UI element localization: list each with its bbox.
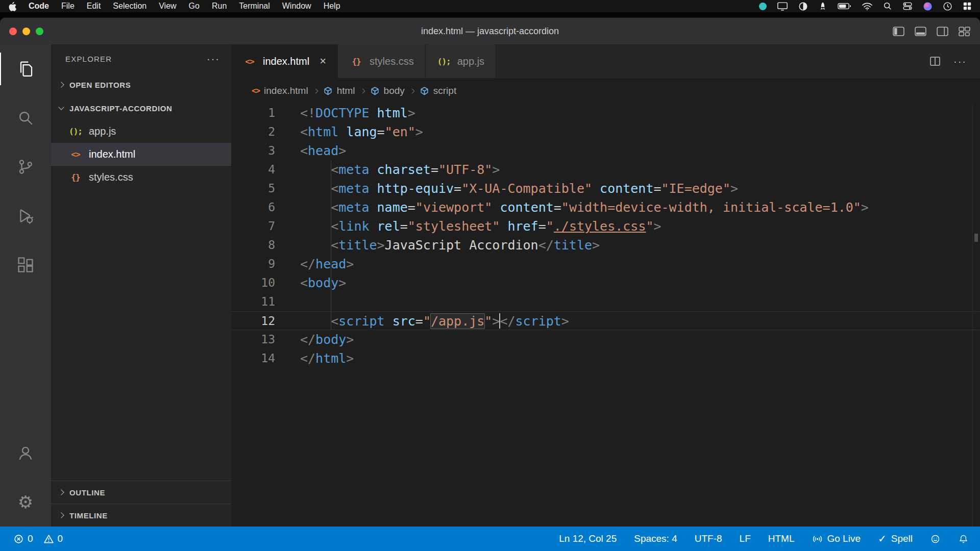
- code-line-11[interactable]: 11: [231, 292, 980, 311]
- tab-app.js[interactable]: ();app.js: [426, 44, 496, 78]
- minimize-window-button[interactable]: [22, 28, 30, 35]
- split-editor-icon[interactable]: [929, 55, 941, 67]
- zoom-window-button[interactable]: [36, 28, 43, 35]
- menu-view[interactable]: View: [159, 2, 176, 11]
- menu-file[interactable]: File: [61, 2, 75, 11]
- status-spell[interactable]: ✓Spell: [878, 533, 913, 545]
- tab-styles.css[interactable]: {}styles.css: [338, 44, 426, 78]
- breadcrumb-separator-icon: [409, 88, 414, 93]
- status-eol[interactable]: LF: [740, 533, 751, 544]
- file-item-styles.css[interactable]: {}styles.css: [51, 166, 231, 189]
- control-center-icon[interactable]: [902, 1, 913, 11]
- line-number[interactable]: 10: [231, 273, 275, 292]
- status-notifications[interactable]: [958, 534, 969, 544]
- line-number[interactable]: 6: [231, 198, 275, 217]
- activity-extensions[interactable]: [0, 240, 51, 289]
- breadcrumb-item-script[interactable]: script: [420, 85, 456, 96]
- status-feedback[interactable]: [930, 534, 941, 544]
- code-editor[interactable]: 1<!DOCTYPE html>2<html lang="en">3<head>…: [231, 104, 980, 527]
- code-line-3[interactable]: 3<head>: [231, 141, 980, 160]
- code-line-12[interactable]: 12 <script src="/app.js"></script>: [231, 311, 980, 330]
- line-number[interactable]: 13: [231, 330, 275, 349]
- breadcrumb-item-index.html[interactable]: <>index.html: [252, 85, 308, 96]
- code-line-2[interactable]: 2<html lang="en">: [231, 122, 980, 141]
- activity-explorer[interactable]: [0, 44, 51, 93]
- menu-help[interactable]: Help: [324, 2, 340, 11]
- line-number[interactable]: 8: [231, 236, 275, 255]
- line-number[interactable]: 5: [231, 179, 275, 198]
- line-content: <meta http-equiv="X-UA-Compatible" conte…: [275, 179, 738, 198]
- grid-icon[interactable]: [963, 2, 972, 11]
- menu-selection[interactable]: Selection: [113, 2, 146, 11]
- settings-button[interactable]: ⚙: [0, 478, 51, 527]
- status-indentation[interactable]: Spaces: 4: [634, 533, 677, 544]
- code-line-9[interactable]: 9</head>: [231, 255, 980, 273]
- accounts-button[interactable]: [0, 429, 51, 478]
- status-cursor-position[interactable]: Ln 12, Col 25: [559, 533, 617, 544]
- window-title-bar[interactable]: index.html — javascript-accordion: [0, 18, 980, 44]
- breadcrumb-item-body[interactable]: body: [370, 85, 405, 96]
- code-line-14[interactable]: 14</html>: [231, 349, 980, 368]
- code-line-13[interactable]: 13</body>: [231, 330, 980, 349]
- menu-go[interactable]: Go: [189, 2, 200, 11]
- line-number[interactable]: 12: [231, 312, 275, 330]
- close-window-button[interactable]: [9, 28, 17, 35]
- customize-layout-icon[interactable]: [958, 26, 971, 37]
- line-number[interactable]: 9: [231, 255, 275, 273]
- outline-section[interactable]: OUTLINE: [51, 481, 231, 504]
- code-line-5[interactable]: 5 <meta http-equiv="X-UA-Compatible" con…: [231, 179, 980, 198]
- clock-icon[interactable]: [943, 2, 952, 11]
- menu-run[interactable]: Run: [212, 2, 227, 11]
- activity-source-control[interactable]: [0, 142, 51, 191]
- display-icon[interactable]: [777, 1, 788, 11]
- line-number[interactable]: 7: [231, 217, 275, 236]
- breadcrumb-label: script: [433, 85, 456, 96]
- close-tab-icon[interactable]: ×: [320, 55, 326, 68]
- menu-edit[interactable]: Edit: [87, 2, 101, 11]
- code-line-7[interactable]: 7 <link rel="stylesheet" href="./styles.…: [231, 217, 980, 236]
- file-item-index.html[interactable]: <>index.html: [51, 143, 231, 166]
- wifi-icon[interactable]: [862, 2, 873, 11]
- tab-index.html[interactable]: <>index.html×: [231, 44, 338, 78]
- line-number[interactable]: 3: [231, 141, 275, 160]
- line-number[interactable]: 14: [231, 349, 275, 368]
- line-number[interactable]: 4: [231, 160, 275, 179]
- activity-search[interactable]: [0, 93, 51, 142]
- camera-indicator-dot[interactable]: [759, 3, 767, 10]
- explorer-more-actions-icon[interactable]: ···: [207, 53, 220, 65]
- code-line-1[interactable]: 1<!DOCTYPE html>: [231, 104, 980, 122]
- toggle-panel-icon[interactable]: [914, 26, 927, 37]
- line-number[interactable]: 11: [231, 292, 275, 311]
- rocket-icon[interactable]: [818, 2, 827, 11]
- battery-icon[interactable]: [838, 3, 851, 10]
- line-number[interactable]: 2: [231, 122, 275, 141]
- spotlight-search-icon[interactable]: [883, 2, 892, 11]
- menu-terminal[interactable]: Terminal: [239, 2, 270, 11]
- status-problems[interactable]: 0 0: [13, 533, 63, 544]
- open-editors-section[interactable]: OPEN EDITORS: [51, 73, 231, 96]
- status-go-live[interactable]: Go Live: [812, 533, 861, 544]
- code-line-6[interactable]: 6 <meta name="viewport" content="width=d…: [231, 198, 980, 217]
- editor-more-actions-icon[interactable]: ···: [953, 56, 967, 67]
- file-item-app.js[interactable]: ();app.js: [51, 120, 231, 143]
- status-language-mode[interactable]: HTML: [768, 533, 795, 544]
- code-line-4[interactable]: 4 <meta charset="UTF-8">: [231, 160, 980, 179]
- status-encoding[interactable]: UTF-8: [695, 533, 722, 544]
- project-root-folder[interactable]: JAVASCRIPT-ACCORDION: [51, 96, 231, 120]
- toggle-primary-sidebar-icon[interactable]: [892, 26, 905, 37]
- apple-menu[interactable]: [8, 2, 16, 11]
- code-line-10[interactable]: 10<body>: [231, 273, 980, 292]
- activity-run-debug[interactable]: [0, 191, 51, 240]
- toggle-secondary-sidebar-icon[interactable]: [936, 26, 949, 37]
- siri-icon[interactable]: [923, 2, 933, 11]
- menu-window[interactable]: Window: [282, 2, 311, 11]
- menu-app-name[interactable]: Code: [29, 2, 49, 11]
- editor-scrollbar[interactable]: [972, 104, 980, 527]
- half-circle-icon[interactable]: [798, 2, 808, 11]
- line-number[interactable]: 1: [231, 104, 275, 122]
- breadcrumb-item-html[interactable]: html: [323, 85, 355, 96]
- line-content: <!DOCTYPE html>: [275, 104, 415, 122]
- code-line-8[interactable]: 8 <title>JavaScript Accordion</title>: [231, 236, 980, 255]
- timeline-section[interactable]: TIMELINE: [51, 504, 231, 527]
- tab-label: index.html: [263, 56, 309, 67]
